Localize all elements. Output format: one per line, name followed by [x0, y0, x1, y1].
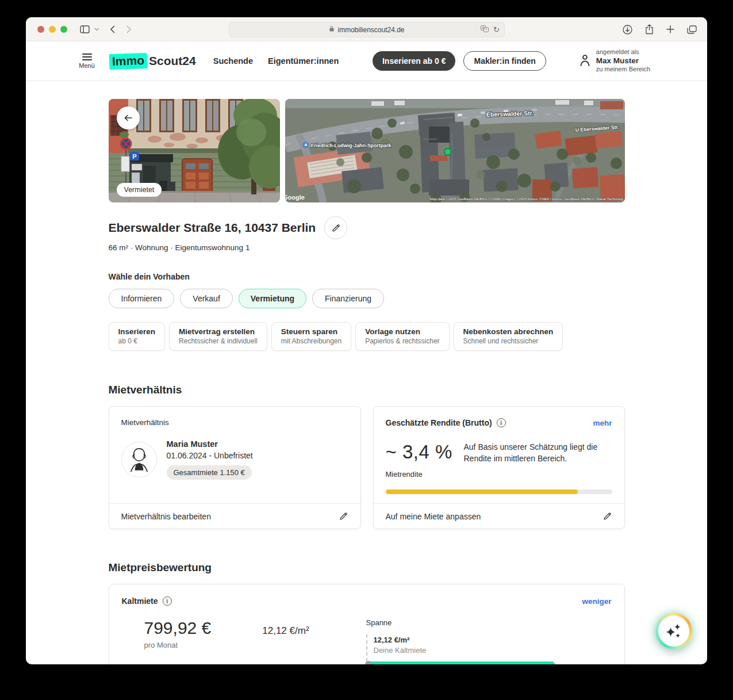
action-subtitle: Schnell und rechtssicher	[463, 337, 554, 345]
valuation-card: Kaltmiete i weniger 799,92 € 12,12 €/m² …	[109, 584, 625, 664]
yield-value-label: Mietrendite	[386, 470, 452, 479]
range-label: Spanne	[366, 618, 555, 627]
adjust-rent-action[interactable]: Auf meine Miete anpassen	[374, 503, 624, 529]
edit-tenancy-label: Mietverhältnis bearbeiten	[121, 512, 211, 521]
address-bar[interactable]: immobilienscout24.de ↻	[229, 22, 505, 37]
map-watermark: Google	[285, 194, 305, 201]
action-title: Steuern sparen	[281, 327, 341, 336]
street-photo[interactable]: P	[109, 99, 280, 202]
downloads-icon[interactable]	[623, 25, 632, 35]
account-status: angemeldet als	[596, 48, 650, 56]
edit-address-button[interactable]	[324, 216, 347, 239]
quick-actions-row: Inserieren ab 0 € Mietvertrag erstellen …	[109, 322, 625, 351]
marker-label: Deine Kaltmiete	[374, 646, 555, 655]
action-nebenkosten[interactable]: Nebenkosten abrechnen Schnell und rechts…	[454, 322, 563, 351]
tenant-avatar	[121, 442, 157, 477]
yield-card: Geschätzte Rendite (Brutto) i mehr ~ 3,4…	[373, 406, 625, 529]
reload-icon[interactable]: ↻	[493, 25, 500, 34]
action-inserieren[interactable]: Inserieren ab 0 €	[109, 322, 166, 351]
lock-icon	[329, 25, 335, 34]
ai-assistant-button[interactable]	[655, 613, 692, 649]
chevron-down-icon[interactable]	[94, 28, 99, 31]
page-title: Eberswalder Straße 16, 10437 Berlin	[109, 221, 316, 235]
map-park-label: Friedrich-Ludwig-Jahn-Sportpark	[311, 143, 391, 148]
logo-immo-highlight: Immo	[109, 52, 148, 69]
action-mietvertrag[interactable]: Mietvertrag erstellen Rechtssicher & ind…	[169, 322, 267, 351]
back-to-overview-button[interactable]	[117, 106, 140, 129]
url-text: immobilienscout24.de	[337, 26, 404, 34]
tenancy-heading: Mietverhältnis	[109, 384, 625, 396]
account-link[interactable]: zu meinem Bereich	[596, 66, 650, 74]
logo-scout: Scout24	[149, 54, 196, 67]
nav-suchende[interactable]: Suchende	[213, 56, 253, 66]
minimize-window-button[interactable]	[49, 26, 56, 33]
browser-toolbar: immobilienscout24.de ↻	[26, 17, 707, 41]
back-button[interactable]	[110, 25, 115, 33]
collapse-link[interactable]: weniger	[582, 597, 611, 606]
svg-text:P: P	[132, 153, 136, 160]
zoom-window-button[interactable]	[60, 26, 67, 33]
site-header: Menü ImmoScout24 Suchende Eigentümer:inn…	[26, 41, 707, 81]
forward-button[interactable]	[126, 25, 132, 33]
intent-pills: Informieren Verkauf Vermietung Finanzier…	[109, 289, 625, 308]
account-area[interactable]: angemeldet als Max Muster zu meinem Bere…	[579, 48, 650, 74]
info-icon[interactable]: i	[163, 596, 172, 606]
range-marker: 12,12 €/m² Deine Kaltmiete	[366, 634, 555, 661]
property-map-marker[interactable]	[444, 148, 451, 155]
yield-more-link[interactable]: mehr	[593, 419, 612, 427]
pill-vermietung[interactable]: Vermietung	[239, 289, 306, 308]
yield-description: Auf Basis unserer Schätzung liegt die Re…	[464, 441, 612, 479]
menu-label: Menü	[79, 62, 95, 69]
tenant-name: Maria Muster	[167, 439, 253, 449]
adjust-rent-label: Auf meine Miete anpassen	[386, 512, 481, 521]
pencil-icon	[331, 223, 341, 233]
edit-tenancy-action[interactable]: Mietverhältnis bearbeiten	[109, 503, 360, 529]
rent-range-widget: Spanne 12,12 €/m² Deine Kaltmiete 14,79 …	[366, 618, 555, 664]
translate-icon[interactable]	[481, 25, 489, 34]
property-meta: 66 m² · Wohnung · Eigentumswohnung 1	[109, 243, 625, 252]
new-tab-icon[interactable]	[666, 25, 674, 33]
satellite-map-illustration: Friedrich-Ludwig-Jahn-Sportpark Eberswal…	[285, 99, 625, 202]
range-bar	[366, 661, 555, 664]
sidebar-toggle-icon[interactable]	[80, 25, 90, 33]
yield-progress-track	[386, 489, 612, 494]
range-marker-dot	[365, 661, 372, 664]
nav-eigentuemer[interactable]: Eigentümer:innen	[268, 56, 339, 66]
pill-finanzierung[interactable]: Finanzierung	[312, 289, 384, 308]
tenancy-card: Mietverhältnis Maria	[109, 406, 361, 529]
close-window-button[interactable]	[37, 26, 44, 33]
browser-window: immobilienscout24.de ↻	[26, 17, 707, 664]
action-vorlage[interactable]: Vorlage nutzen Papierlos & rechtssicher	[355, 322, 449, 351]
share-icon[interactable]	[645, 24, 654, 35]
info-icon[interactable]: i	[497, 418, 506, 427]
valuation-heading: Mietpreisbewertung	[109, 561, 625, 574]
immoscout-logo[interactable]: ImmoScout24	[109, 53, 196, 69]
traffic-lights	[37, 26, 67, 33]
rent-price: 799,92 €	[144, 618, 212, 638]
action-title: Inserieren	[118, 327, 156, 336]
tab-overview-icon[interactable]	[687, 25, 697, 34]
action-subtitle: Rechtssicher & individuell	[179, 337, 258, 345]
yield-value: ~ 3,4 %	[386, 441, 452, 463]
action-subtitle: Papierlos & rechtssicher	[365, 337, 439, 345]
arrow-left-icon	[123, 113, 133, 123]
sparkles-icon	[663, 621, 684, 641]
rent-chip: Gesamtmiete 1.150 €	[167, 465, 252, 480]
valuation-description: Detailliertere Werte und weitere hilfrei…	[144, 664, 358, 664]
action-title: Mietvertrag erstellen	[179, 327, 258, 336]
account-name: Max Muster	[596, 56, 650, 66]
menu-button[interactable]: Menü	[76, 53, 97, 69]
pill-verkauf[interactable]: Verkauf	[180, 289, 232, 308]
makler-finden-button[interactable]: Makler:in finden	[463, 51, 546, 71]
main-nav: Suchende Eigentümer:innen	[213, 56, 339, 66]
yield-progress-fill	[386, 489, 578, 494]
action-title: Nebenkosten abrechnen	[463, 327, 554, 336]
map-attribution: Map data ©2025 GeoBasis-DE/BKG (©2009) I…	[429, 197, 623, 201]
pencil-icon	[339, 511, 348, 521]
hamburger-icon	[82, 53, 92, 60]
action-steuern[interactable]: Steuern sparen mit Abschreibungen	[271, 322, 351, 351]
inserieren-button[interactable]: Inserieren ab 0 €	[373, 51, 456, 71]
kaltmiete-title: Kaltmiete	[122, 596, 158, 606]
satellite-map[interactable]: Friedrich-Ludwig-Jahn-Sportpark Eberswal…	[285, 99, 625, 202]
pill-informieren[interactable]: Informieren	[109, 289, 175, 308]
